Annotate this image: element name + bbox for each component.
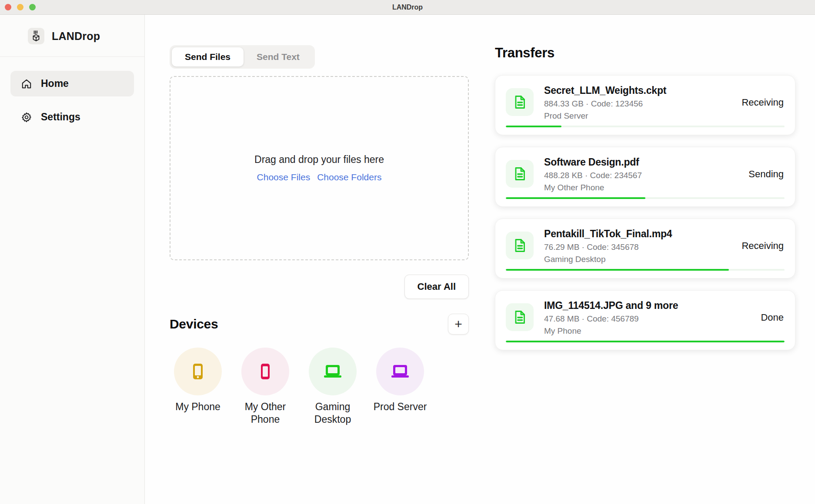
sidebar-item-home[interactable]: Home — [10, 71, 134, 96]
device-gaming-desktop[interactable]: Gaming Desktop — [304, 348, 361, 426]
transfer-filename: Software Design.pdf — [544, 156, 742, 168]
device-name: My Other Phone — [237, 401, 294, 426]
sidebar-item-label: Settings — [41, 111, 80, 123]
tab-send-text[interactable]: Send Text — [244, 47, 313, 66]
file-icon — [506, 232, 534, 259]
choose-folders-link[interactable]: Choose Folders — [317, 172, 381, 182]
progress-fill — [506, 269, 729, 271]
file-dropzone[interactable]: Drag and drop your files here Choose Fil… — [170, 76, 469, 260]
app-window: LANDrop LANDrop — [0, 0, 815, 504]
progress-fill — [506, 341, 785, 342]
transfer-peer: Gaming Desktop — [544, 255, 735, 264]
app-name: LANDrop — [52, 30, 100, 43]
phone-icon — [188, 361, 208, 381]
device-avatar — [241, 348, 289, 395]
send-mode-tabs: Send Files Send Text — [170, 45, 315, 69]
progress-bar — [506, 341, 785, 342]
file-icon — [506, 303, 534, 331]
laptop-icon — [322, 361, 344, 381]
landrop-logo-icon — [28, 28, 44, 44]
progress-fill — [506, 126, 561, 127]
laptop-icon — [389, 361, 411, 381]
tab-send-files[interactable]: Send Files — [172, 47, 244, 66]
app-logo: LANDrop — [0, 15, 144, 56]
transfer-filename: Pentakill_TikTok_Final.mp4 — [544, 228, 735, 240]
transfer-status: Done — [754, 312, 784, 323]
device-avatar — [376, 348, 424, 395]
transfer-meta: 884.33 GB · Code: 123456 — [544, 99, 735, 109]
device-my-other-phone[interactable]: My Other Phone — [237, 348, 294, 426]
window-title: LANDrop — [0, 3, 815, 11]
sidebar: LANDrop Home — [0, 15, 145, 504]
phone-icon — [255, 361, 275, 381]
clear-all-button[interactable]: Clear All — [404, 275, 469, 299]
transfer-filename: IMG_114514.JPG and 9 more — [544, 300, 754, 312]
transfer-status: Receiving — [735, 240, 784, 252]
device-avatar — [309, 348, 357, 395]
devices-heading: Devices — [170, 317, 218, 332]
device-my-phone[interactable]: My Phone — [170, 348, 226, 426]
sidebar-item-label: Home — [41, 78, 69, 90]
file-icon — [506, 88, 534, 116]
transfer-meta: 76.29 MB · Code: 345678 — [544, 242, 735, 252]
transfer-card[interactable]: Secret_LLM_Weights.ckpt 884.33 GB · Code… — [495, 75, 795, 135]
titlebar: LANDrop — [0, 0, 815, 15]
send-panel: Send Files Send Text Drag and drop your … — [170, 45, 469, 504]
sidebar-item-settings[interactable]: Settings — [10, 104, 134, 130]
transfer-peer: My Other Phone — [544, 183, 742, 192]
device-prod-server[interactable]: Prod Server — [372, 348, 428, 426]
transfer-status: Sending — [742, 169, 784, 180]
transfer-peer: My Phone — [544, 326, 754, 336]
transfer-card[interactable]: IMG_114514.JPG and 9 more 47.68 MB · Cod… — [495, 290, 795, 350]
add-device-button[interactable]: + — [448, 314, 469, 335]
transfer-peer: Prod Server — [544, 111, 735, 121]
dropzone-title: Drag and drop your files here — [254, 154, 384, 166]
device-name: My Phone — [175, 401, 220, 413]
transfers-panel: Transfers Secret_LLM_Weights.ckpt 884.33… — [495, 45, 795, 504]
transfer-meta: 47.68 MB · Code: 456789 — [544, 314, 754, 324]
devices-list: My Phone My Other Phone — [170, 348, 469, 426]
transfer-card[interactable]: Software Design.pdf 488.28 KB · Code: 23… — [495, 147, 795, 207]
home-icon — [21, 78, 32, 90]
transfer-card[interactable]: Pentakill_TikTok_Final.mp4 76.29 MB · Co… — [495, 219, 795, 279]
transfer-filename: Secret_LLM_Weights.ckpt — [544, 85, 735, 96]
device-name: Prod Server — [374, 401, 427, 413]
choose-files-link[interactable]: Choose Files — [257, 172, 311, 182]
progress-fill — [506, 197, 645, 199]
device-name: Gaming Desktop — [304, 401, 361, 426]
gear-icon — [21, 112, 32, 123]
device-avatar — [174, 348, 222, 395]
transfer-status: Receiving — [735, 97, 784, 108]
file-icon — [506, 160, 534, 188]
progress-bar — [506, 197, 785, 199]
transfer-meta: 488.28 KB · Code: 234567 — [544, 171, 742, 180]
transfers-heading: Transfers — [495, 45, 795, 61]
progress-bar — [506, 126, 785, 127]
progress-bar — [506, 269, 785, 271]
transfers-list: Secret_LLM_Weights.ckpt 884.33 GB · Code… — [495, 75, 795, 350]
